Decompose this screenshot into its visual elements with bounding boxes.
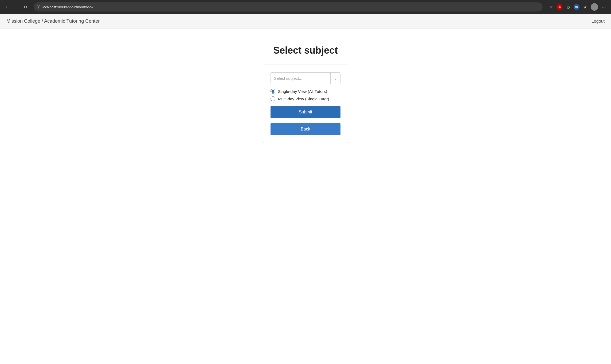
- url-domain: localhost: [42, 5, 56, 9]
- chevron-down-icon: ⌄: [331, 76, 340, 80]
- forward-nav-button[interactable]: →: [12, 3, 20, 11]
- url-display: localhost:3000/appointment/book: [42, 5, 539, 9]
- mail-extension-icon[interactable]: ✉: [574, 4, 579, 10]
- single-day-radio-label: Single-day View (All Tutors): [278, 89, 327, 94]
- view-type-radio-group: Single-day View (All Tutors) Multi-day V…: [271, 89, 340, 101]
- submit-button[interactable]: Submit: [271, 106, 340, 118]
- browser-actions: ☆ uD ⊘ ✉ ★ ⋯: [547, 3, 608, 11]
- favorites-icon[interactable]: ★: [581, 3, 589, 11]
- star-button[interactable]: ☆: [547, 3, 555, 11]
- multi-day-radio[interactable]: [271, 96, 275, 101]
- user-avatar[interactable]: [591, 3, 598, 11]
- browser-menu-button[interactable]: ⋯: [600, 3, 608, 11]
- nav-buttons: ← → ↺: [3, 3, 29, 11]
- back-button[interactable]: Back: [271, 123, 340, 135]
- multi-day-radio-label: Multi-day View (Single Tutor): [278, 97, 329, 101]
- subject-select[interactable]: Select subject...: [271, 74, 330, 83]
- main-content: Select subject Select subject... ⌄ Singl…: [0, 29, 611, 143]
- multi-day-view-option[interactable]: Multi-day View (Single Tutor): [271, 96, 340, 101]
- app-title: Mission College / Academic Tutoring Cent…: [6, 18, 100, 24]
- reload-button[interactable]: ↺: [21, 3, 29, 11]
- single-day-radio[interactable]: [271, 89, 275, 94]
- info-icon: ⓘ: [37, 5, 40, 9]
- logout-button[interactable]: Logout: [592, 19, 605, 24]
- subject-select-wrapper[interactable]: Select subject... ⌄: [271, 72, 340, 84]
- browser-chrome: ← → ↺ ⓘ localhost:3000/appointment/book …: [0, 0, 611, 14]
- ublock-extension-icon[interactable]: uD: [557, 4, 562, 10]
- form-card: Select subject... ⌄ Single-day View (All…: [263, 65, 348, 143]
- app-header: Mission College / Academic Tutoring Cent…: [0, 14, 611, 29]
- address-bar[interactable]: ⓘ localhost:3000/appointment/book: [34, 2, 543, 11]
- block-extension-icon[interactable]: ⊘: [564, 3, 572, 11]
- back-nav-button[interactable]: ←: [3, 3, 11, 11]
- single-day-view-option[interactable]: Single-day View (All Tutors): [271, 89, 340, 94]
- url-path: :3000/appointment/book: [56, 5, 93, 9]
- page-title: Select subject: [273, 45, 338, 56]
